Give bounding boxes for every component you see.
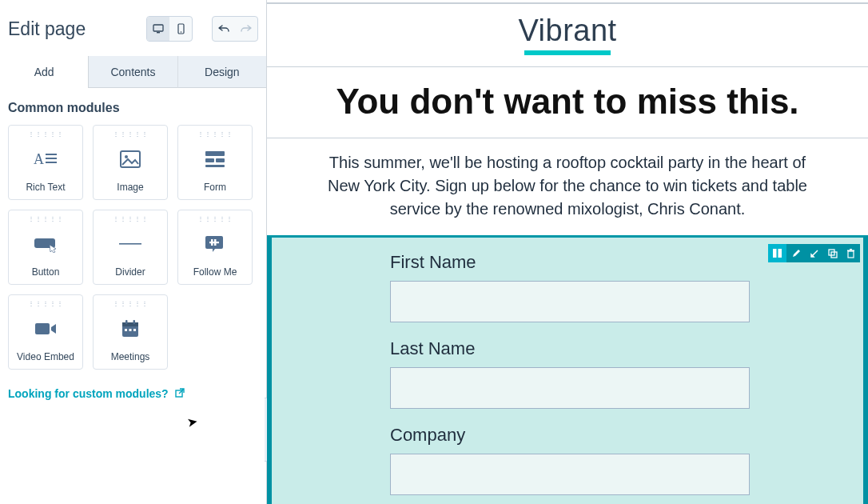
custom-modules-link[interactable]: Looking for custom modules? xyxy=(0,370,266,504)
module-rich-text[interactable]: ⋮⋮⋮⋮⋮ A Rich Text xyxy=(8,125,83,200)
form-fields: First Name Last Name Company Email xyxy=(390,252,750,504)
brand-bar: Vibrant xyxy=(267,3,868,67)
module-label: Button xyxy=(32,266,60,284)
svg-rect-5 xyxy=(46,154,57,155)
form-icon xyxy=(205,150,225,168)
divider-icon xyxy=(119,242,141,246)
field-label-last-name: Last Name xyxy=(390,338,750,359)
undo-icon xyxy=(218,24,229,34)
module-meetings[interactable]: ⋮⋮⋮⋮⋮ Meetings xyxy=(93,294,168,370)
module-label: Video Embed xyxy=(17,351,74,369)
device-toggle xyxy=(146,16,193,42)
toolbar-columns-button[interactable] xyxy=(768,244,786,262)
editor-sidebar: Edit page xyxy=(0,0,267,504)
svg-rect-10 xyxy=(205,151,225,156)
tab-add[interactable]: Add xyxy=(0,56,89,88)
module-image[interactable]: ⋮⋮⋮⋮⋮ Image xyxy=(93,125,168,200)
brand-logo: Vibrant xyxy=(518,15,616,46)
style-icon xyxy=(810,249,819,258)
svg-rect-19 xyxy=(35,323,50,334)
video-icon xyxy=(34,321,57,337)
undo-redo-group xyxy=(212,16,258,42)
svg-rect-0 xyxy=(153,25,163,31)
tab-contents[interactable]: Contents xyxy=(89,56,177,88)
device-desktop-button[interactable] xyxy=(147,17,169,41)
svg-rect-33 xyxy=(847,250,854,251)
svg-rect-29 xyxy=(778,249,782,258)
toolbar-clone-button[interactable] xyxy=(823,244,842,262)
svg-rect-23 xyxy=(133,320,136,324)
image-icon xyxy=(120,150,141,168)
module-divider[interactable]: ⋮⋮⋮⋮⋮ Divider xyxy=(93,210,168,285)
svg-rect-34 xyxy=(850,249,852,250)
undo-button[interactable] xyxy=(213,17,235,41)
toolbar-edit-button[interactable] xyxy=(786,244,805,262)
rich-text-icon: A xyxy=(34,150,58,169)
input-company[interactable] xyxy=(390,454,750,495)
follow-me-icon xyxy=(205,234,225,254)
svg-rect-32 xyxy=(848,251,854,258)
module-label: Image xyxy=(117,182,143,199)
pencil-icon xyxy=(791,249,801,258)
form-module[interactable]: First Name Last Name Company Email xyxy=(267,235,868,504)
toolbar-delete-button[interactable] xyxy=(842,244,860,262)
module-label: Form xyxy=(204,182,226,199)
svg-rect-15 xyxy=(119,243,141,245)
module-toolbar xyxy=(768,244,860,262)
svg-rect-6 xyxy=(46,158,57,159)
device-mobile-button[interactable] xyxy=(169,17,192,41)
svg-rect-8 xyxy=(121,151,140,167)
svg-rect-26 xyxy=(133,329,136,331)
svg-rect-1 xyxy=(157,32,160,33)
columns-icon xyxy=(772,248,782,258)
input-first-name[interactable] xyxy=(390,281,750,322)
svg-point-3 xyxy=(180,31,181,33)
svg-rect-28 xyxy=(773,249,777,258)
module-form[interactable]: ⋮⋮⋮⋮⋮ Form xyxy=(177,125,253,200)
tab-design[interactable]: Design xyxy=(178,56,266,88)
module-video-embed[interactable]: ⋮⋮⋮⋮⋮ Video Embed xyxy=(8,294,83,370)
svg-rect-11 xyxy=(205,158,214,162)
redo-icon xyxy=(241,24,252,34)
input-last-name[interactable] xyxy=(390,367,750,409)
svg-rect-25 xyxy=(129,329,132,331)
module-label: Meetings xyxy=(111,351,150,369)
custom-modules-link-label: Looking for custom modules? xyxy=(8,387,169,400)
brand-underline xyxy=(524,50,611,55)
headline-block: You don't want to miss this. xyxy=(267,67,868,138)
field-label-first-name: First Name xyxy=(390,252,750,273)
redo-button[interactable] xyxy=(235,17,257,41)
svg-rect-24 xyxy=(125,329,127,331)
svg-rect-13 xyxy=(205,165,225,167)
module-label: Follow Me xyxy=(193,266,237,284)
page-subtext: This summer, we'll be hosting a rooftop … xyxy=(288,138,847,235)
sidebar-header: Edit page xyxy=(0,0,266,56)
module-label: Rich Text xyxy=(26,182,65,199)
module-follow-me[interactable]: ⋮⋮⋮⋮⋮ Follow Me xyxy=(177,210,253,285)
mobile-icon xyxy=(177,23,185,34)
svg-rect-18 xyxy=(209,242,219,243)
button-icon xyxy=(34,235,58,253)
toolbar-style-button[interactable] xyxy=(805,244,823,262)
section-title: Common modules xyxy=(0,88,266,125)
module-button[interactable]: ⋮⋮⋮⋮⋮ Button xyxy=(8,210,83,285)
calendar-icon xyxy=(121,319,140,338)
svg-point-9 xyxy=(125,155,128,158)
svg-rect-22 xyxy=(125,320,128,324)
desktop-icon xyxy=(153,24,164,34)
header-controls xyxy=(146,16,258,42)
svg-text:A: A xyxy=(34,151,44,167)
svg-rect-12 xyxy=(216,158,225,162)
page-canvas: Vibrant You don't want to miss this. Thi… xyxy=(267,0,868,504)
sidebar-tabs: Add Contents Design xyxy=(0,56,266,88)
field-label-company: Company xyxy=(390,425,750,446)
clone-icon xyxy=(828,249,838,258)
svg-rect-7 xyxy=(46,162,57,163)
external-link-icon xyxy=(175,387,185,400)
svg-rect-21 xyxy=(122,322,138,326)
page-title: Edit page xyxy=(8,18,86,40)
page-headline: You don't want to miss this. xyxy=(267,82,868,122)
trash-icon xyxy=(846,249,855,258)
modules-grid: ⋮⋮⋮⋮⋮ A Rich Text ⋮⋮⋮⋮⋮ Image ⋮⋮⋮⋮⋮ Form… xyxy=(0,125,266,370)
module-label: Divider xyxy=(115,266,145,284)
